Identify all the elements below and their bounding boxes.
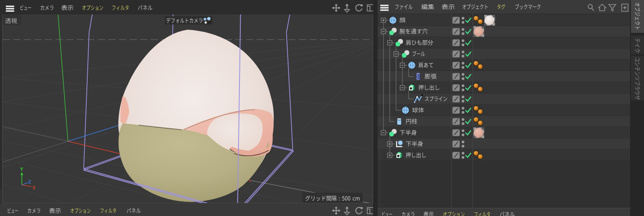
svg-text:X: X: [32, 185, 36, 190]
svg-text:Z: Z: [28, 180, 31, 184]
svg-text:Y: Y: [20, 167, 23, 172]
